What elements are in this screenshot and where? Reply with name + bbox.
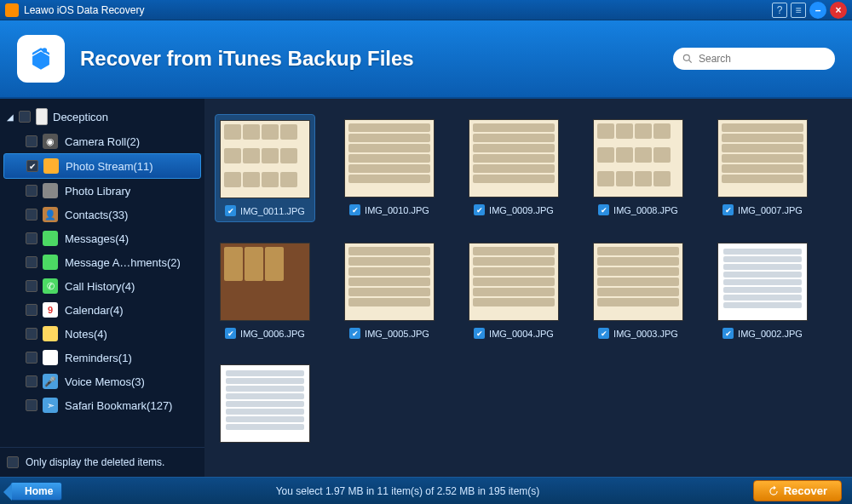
thumbnail-10[interactable] xyxy=(215,359,315,448)
thumb-image xyxy=(593,243,683,321)
recover-icon xyxy=(768,485,780,497)
sidebar-item-label: Calendar(4) xyxy=(65,304,124,317)
thumb-checkbox[interactable] xyxy=(349,204,360,215)
thumb-checkbox[interactable] xyxy=(225,328,236,339)
sidebar-item-3[interactable]: 👤Contacts(33) xyxy=(0,203,204,226)
thumb-filename: IMG_0003.JPG xyxy=(613,329,678,339)
device-icon xyxy=(36,108,48,125)
menu-button[interactable]: ≡ xyxy=(791,3,806,18)
app-title: Leawo iOS Data Recovery xyxy=(24,4,769,16)
checkbox[interactable] xyxy=(26,209,37,220)
thumb-checkbox[interactable] xyxy=(474,204,485,215)
thumb-checkbox[interactable] xyxy=(474,328,485,339)
thumb-filename: IMG_0011.JPG xyxy=(240,206,305,216)
category-icon xyxy=(43,350,58,365)
checkbox[interactable] xyxy=(26,352,37,364)
checkbox[interactable] xyxy=(26,328,37,340)
sidebar-item-7[interactable]: 9Calendar(4) xyxy=(0,298,204,322)
footer: Home You select 1.97 MB in 11 item(s) of… xyxy=(0,477,852,504)
thumbnail-2[interactable]: IMG_0009.JPG xyxy=(463,114,564,222)
thumbnail-5[interactable]: IMG_0006.JPG xyxy=(215,238,315,344)
sidebar-item-label: Voice Memos(3) xyxy=(65,375,145,388)
checkbox[interactable] xyxy=(26,280,37,292)
recover-label: Recover xyxy=(784,484,827,497)
header-icon xyxy=(17,35,65,83)
sidebar-item-0[interactable]: ◉Camera Roll(2) xyxy=(0,129,204,153)
checkbox[interactable] xyxy=(26,256,37,268)
thumb-image xyxy=(344,119,435,198)
search-input[interactable] xyxy=(699,53,826,65)
sidebar-item-8[interactable]: Notes(4) xyxy=(0,322,204,346)
thumb-image xyxy=(220,120,310,198)
thumb-image xyxy=(220,243,310,321)
thumb-image xyxy=(469,243,559,321)
thumbnail-8[interactable]: IMG_0003.JPG xyxy=(588,238,688,344)
svg-line-2 xyxy=(689,60,692,63)
header: Recover from iTunes Backup Files xyxy=(0,20,852,99)
thumb-checkbox[interactable] xyxy=(598,328,609,339)
category-icon: ➣ xyxy=(43,398,58,413)
checkbox[interactable] xyxy=(26,232,37,244)
thumbnail-1[interactable]: IMG_0010.JPG xyxy=(339,114,440,222)
thumb-filename: IMG_0002.JPG xyxy=(738,329,803,339)
thumbnail-0[interactable]: IMG_0011.JPG xyxy=(215,114,315,222)
thumb-label-row: IMG_0005.JPG xyxy=(349,328,429,339)
category-icon: ◉ xyxy=(43,134,58,149)
thumb-checkbox[interactable] xyxy=(225,205,236,216)
sidebar-item-11[interactable]: ➣Safari Bookmark(127) xyxy=(0,393,204,417)
sidebar-item-9[interactable]: Reminders(1) xyxy=(0,346,204,369)
thumb-checkbox[interactable] xyxy=(598,204,609,215)
sidebar-item-10[interactable]: 🎤Voice Memos(3) xyxy=(0,369,204,393)
expand-icon: ◢ xyxy=(7,112,15,122)
sidebar-item-2[interactable]: Photo Library xyxy=(0,179,204,203)
thumb-checkbox[interactable] xyxy=(722,328,734,339)
sidebar-item-label: Photo Library xyxy=(65,185,130,198)
category-icon: ✆ xyxy=(43,278,58,294)
svg-point-1 xyxy=(683,54,689,60)
thumbnail-7[interactable]: IMG_0004.JPG xyxy=(463,238,564,344)
thumb-label-row: IMG_0002.JPG xyxy=(722,328,803,339)
thumb-image xyxy=(593,119,683,198)
sidebar-item-label: Safari Bookmark(127) xyxy=(65,399,172,412)
sidebar-item-label: Message A…hments(2) xyxy=(65,256,181,269)
checkbox[interactable] xyxy=(26,135,37,147)
thumb-label-row: IMG_0008.JPG xyxy=(598,204,678,215)
checkbox[interactable] xyxy=(26,304,37,316)
sidebar-item-label: Camera Roll(2) xyxy=(65,135,140,148)
search-box[interactable] xyxy=(673,48,835,70)
sidebar-item-6[interactable]: ✆Call History(4) xyxy=(0,274,204,298)
thumb-image xyxy=(344,243,435,321)
thumb-label-row: IMG_0003.JPG xyxy=(598,328,678,339)
only-deleted-row[interactable]: Only display the deleted items. xyxy=(0,447,204,477)
checkbox[interactable] xyxy=(26,160,38,172)
only-deleted-checkbox[interactable] xyxy=(7,456,19,468)
thumb-label-row: IMG_0007.JPG xyxy=(722,204,803,215)
thumb-filename: IMG_0008.JPG xyxy=(613,205,678,215)
checkbox[interactable] xyxy=(19,111,31,123)
sidebar-item-5[interactable]: Message A…hments(2) xyxy=(0,250,204,274)
thumb-checkbox[interactable] xyxy=(349,328,360,339)
recover-button[interactable]: Recover xyxy=(753,480,842,501)
page-title: Recover from iTunes Backup Files xyxy=(80,47,673,71)
category-icon xyxy=(43,255,58,270)
checkbox[interactable] xyxy=(26,185,37,197)
thumb-filename: IMG_0010.JPG xyxy=(365,205,429,215)
thumbnail-3[interactable]: IMG_0008.JPG xyxy=(588,114,688,222)
checkbox[interactable] xyxy=(26,375,37,387)
minimize-button[interactable]: – xyxy=(809,2,826,19)
thumb-label-row: IMG_0011.JPG xyxy=(225,205,305,216)
device-name: Decepticon xyxy=(53,111,108,123)
thumbnail-6[interactable]: IMG_0005.JPG xyxy=(339,238,440,344)
category-icon: 👤 xyxy=(43,207,58,222)
close-button[interactable]: × xyxy=(830,2,847,19)
sidebar-item-1[interactable]: Photo Stream(11) xyxy=(3,153,201,179)
thumbnail-9[interactable]: IMG_0002.JPG xyxy=(712,238,813,344)
thumb-checkbox[interactable] xyxy=(722,204,734,215)
home-button[interactable]: Home xyxy=(10,482,62,501)
checkbox[interactable] xyxy=(26,399,37,411)
device-root[interactable]: ◢ Decepticon xyxy=(0,104,204,129)
thumbnail-4[interactable]: IMG_0007.JPG xyxy=(712,114,813,222)
sidebar-item-4[interactable]: Messages(4) xyxy=(0,226,204,250)
help-button[interactable]: ? xyxy=(772,3,787,18)
sidebar-item-label: Photo Stream(11) xyxy=(66,160,153,173)
